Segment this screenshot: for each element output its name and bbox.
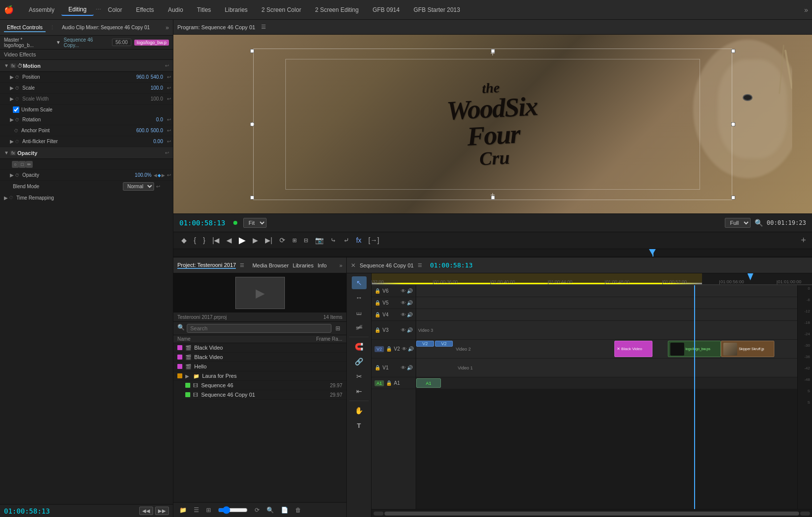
overwrite-btn[interactable]: ⤶ bbox=[341, 235, 351, 245]
handle-bottom-right[interactable] bbox=[731, 196, 735, 200]
opacity-pen-icon[interactable]: ✏ bbox=[26, 161, 33, 168]
nav-item-gfb-starter-2013[interactable]: GFB Starter 2013 bbox=[407, 4, 467, 15]
link-tool[interactable]: 🔗 bbox=[352, 355, 367, 368]
scale-value[interactable]: 100.0 bbox=[151, 85, 163, 91]
scroll-left-btn[interactable] bbox=[374, 512, 383, 516]
opacity-next-arrow[interactable]: ▶ bbox=[162, 173, 165, 178]
lock-v4-icon[interactable]: 🔒 bbox=[375, 312, 380, 317]
nav-item-2screen-editing[interactable]: 2 Screen Editing bbox=[308, 4, 366, 15]
track-select-tool[interactable]: ↔ bbox=[352, 291, 367, 304]
loop-btn[interactable]: ⟳ bbox=[277, 235, 287, 245]
position-y-value[interactable]: 540.0 bbox=[151, 74, 163, 80]
tab-audio-clip-mixer[interactable]: Audio Clip Mixer: Sequence 46 Copy 01 bbox=[59, 24, 153, 31]
opacity-prev-arrow[interactable]: ◀ bbox=[154, 173, 157, 178]
search-input[interactable] bbox=[187, 324, 331, 333]
scale-stopwatch[interactable]: ⏱ bbox=[15, 86, 19, 91]
play-btn[interactable]: ▶ bbox=[237, 234, 248, 247]
step-forward-btn[interactable]: ▶ bbox=[251, 235, 260, 245]
anchor-reset[interactable]: ↩ bbox=[167, 128, 171, 133]
opacity-reset[interactable]: ↩ bbox=[167, 172, 171, 178]
new-bin-btn[interactable]: 📁 bbox=[177, 506, 189, 515]
go-to-in-btn[interactable]: { bbox=[192, 235, 198, 245]
fit-dropdown[interactable]: Fit bbox=[243, 218, 267, 228]
a1-clip-badge[interactable]: A1 bbox=[416, 378, 441, 388]
slip-tool[interactable]: ⇤ bbox=[352, 385, 367, 398]
clip-skipper-skruff[interactable]: Skipper Skruff.jp bbox=[721, 341, 774, 357]
safe-margins-btn[interactable]: ⊞ bbox=[290, 236, 299, 245]
speaker-v1-icon[interactable]: 🔊 bbox=[407, 365, 413, 370]
position-reset[interactable]: ↩ bbox=[167, 74, 171, 80]
nav-item-color[interactable]: Color bbox=[101, 4, 129, 15]
blend-mode-select[interactable]: Normal bbox=[123, 182, 154, 191]
nav-item-assembly[interactable]: Assembly bbox=[22, 4, 61, 15]
nav-item-audio[interactable]: Audio bbox=[161, 4, 190, 15]
hand-tool[interactable]: ✋ bbox=[352, 404, 367, 417]
close-timeline-icon[interactable]: ✕ bbox=[351, 262, 356, 269]
project-item-black-video-1[interactable]: 🎬 Black Video bbox=[173, 343, 346, 353]
clip-black-video[interactable]: ✕ Black Video bbox=[614, 341, 652, 357]
panel-expand-icon[interactable]: » bbox=[165, 24, 169, 31]
speaker-v4-icon[interactable]: 🔊 bbox=[407, 312, 413, 317]
antiflicker-expand[interactable]: ▶ bbox=[10, 139, 14, 144]
nav-item-editing[interactable]: Editing bbox=[61, 4, 94, 16]
sequence-dropdown[interactable]: ▼ bbox=[56, 40, 61, 45]
selection-tool[interactable]: ↖ bbox=[352, 276, 367, 289]
nav-item-effects[interactable]: Effects bbox=[129, 4, 161, 15]
v2-clip-source-1[interactable]: V2 bbox=[416, 341, 434, 347]
tab-media-browser[interactable]: Media Browser bbox=[252, 262, 288, 268]
scale-width-expand[interactable]: ▶ bbox=[10, 96, 14, 102]
tab-libraries[interactable]: Libraries bbox=[293, 262, 314, 268]
lock-v6-icon[interactable]: 🔒 bbox=[375, 288, 380, 294]
opacity-stopwatch[interactable]: ⏱ bbox=[15, 173, 19, 178]
project-panel-expand[interactable]: » bbox=[339, 262, 342, 268]
opacity-expand[interactable]: ▶ bbox=[10, 172, 14, 178]
scale-reset[interactable]: ↩ bbox=[167, 85, 171, 91]
speaker-v5-icon[interactable]: 🔊 bbox=[407, 300, 413, 306]
position-expand[interactable]: ▶ bbox=[10, 74, 14, 80]
go-to-out-btn[interactable]: } bbox=[201, 235, 208, 245]
nav-item-libraries[interactable]: Libraries bbox=[218, 4, 255, 15]
project-item-sequence-46-copy[interactable]: 🎞 Sequence 46 Copy 01 29.97 bbox=[181, 390, 346, 400]
rotation-value[interactable]: 0.0 bbox=[156, 117, 163, 122]
marker-btn[interactable]: ◆ bbox=[179, 235, 189, 245]
eye-v2-icon[interactable]: 👁 bbox=[402, 346, 407, 352]
speaker-v3-icon[interactable]: 🔊 bbox=[407, 327, 413, 333]
opacity-expand-arrow[interactable]: ▼ bbox=[4, 150, 9, 155]
opacity-dot[interactable]: ◆ bbox=[158, 173, 161, 178]
nav-item-titles[interactable]: Titles bbox=[190, 4, 218, 15]
grid-view-btn[interactable]: ⊞ bbox=[333, 324, 342, 333]
handle-top-left[interactable] bbox=[250, 49, 254, 53]
time-remapping-stopwatch[interactable]: ⏱ bbox=[9, 195, 13, 200]
zoom-icon[interactable]: 🔍 bbox=[755, 219, 763, 227]
opacity-value[interactable]: 100.0% bbox=[135, 172, 152, 178]
nav-more-icon[interactable]: » bbox=[804, 6, 808, 14]
blend-mode-reset[interactable]: ↩ bbox=[156, 184, 160, 189]
timeline-ruler[interactable]: 32:00 01:00:36:00 01:00:40:00 01:00:44:0… bbox=[372, 273, 812, 285]
insert-btn[interactable]: ⤷ bbox=[328, 235, 338, 245]
zoom-slider[interactable] bbox=[218, 506, 248, 514]
a1-source-badge[interactable]: A1 bbox=[375, 380, 384, 386]
timeline-scrollbar[interactable] bbox=[372, 509, 812, 517]
v2-source-badge[interactable]: V2 bbox=[375, 346, 384, 352]
export-frame-btn[interactable]: 📷 bbox=[313, 235, 325, 245]
find-btn[interactable]: 🔍 bbox=[265, 506, 276, 515]
lock-v1-icon[interactable]: 🔒 bbox=[375, 365, 380, 370]
go-to-start-btn[interactable]: |◀ bbox=[210, 235, 221, 245]
monitor-menu-icon[interactable]: ☰ bbox=[261, 24, 266, 30]
step-back-btn[interactable]: ◀ bbox=[224, 235, 234, 245]
anchor-y-value[interactable]: 500.0 bbox=[151, 128, 163, 133]
time-remapping-expand[interactable]: ▶ bbox=[4, 195, 8, 201]
eye-v5-icon[interactable]: 👁 bbox=[401, 300, 406, 306]
project-item-hello[interactable]: 🎬 Hello bbox=[173, 362, 346, 371]
scale-width-reset[interactable]: ↩ bbox=[167, 96, 171, 102]
razor-tool[interactable]: ✂ bbox=[352, 370, 367, 383]
prev-frame-btn[interactable]: ◀◀ bbox=[139, 507, 153, 515]
speaker-v2-icon[interactable]: 🔊 bbox=[408, 346, 414, 352]
fx-toggle-btn[interactable]: fx bbox=[354, 235, 364, 245]
opacity-reset-icon[interactable]: ↩ bbox=[165, 150, 169, 155]
uniform-scale-checkbox[interactable] bbox=[13, 106, 19, 113]
eye-v4-icon[interactable]: 👁 bbox=[401, 312, 406, 317]
opacity-rect-icon[interactable]: □ bbox=[19, 161, 26, 168]
go-to-end-btn[interactable]: ▶| bbox=[263, 235, 274, 245]
lock-v3-icon[interactable]: 🔒 bbox=[375, 327, 380, 333]
